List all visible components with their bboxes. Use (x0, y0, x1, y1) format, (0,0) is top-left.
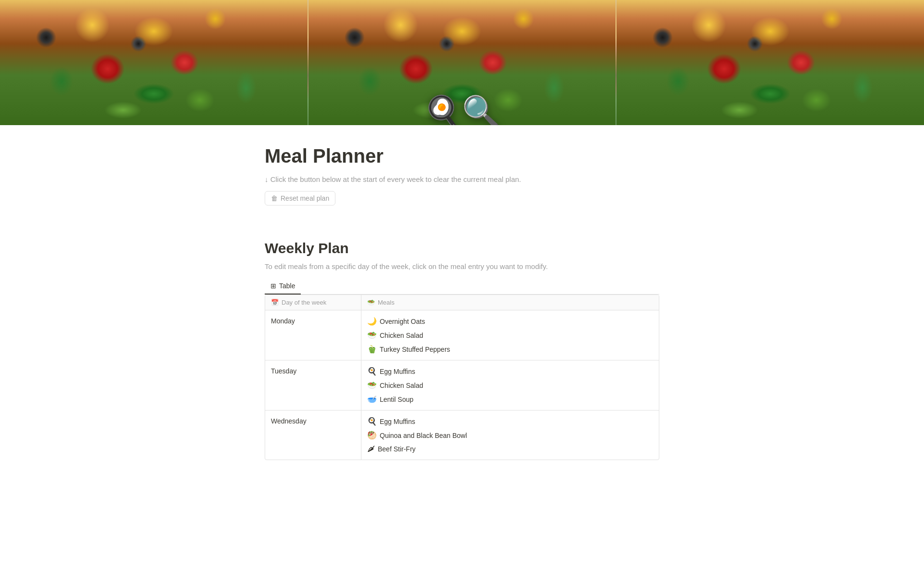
hero-panel-center: 🍳🔍 (308, 0, 616, 125)
list-item[interactable]: 🌶 Beef Stir-Fry (367, 442, 653, 456)
list-item[interactable]: 🫑 Turkey Stuffed Peppers (367, 342, 653, 356)
hero-emoji: 🍳🔍 (424, 94, 500, 125)
list-item[interactable]: 🥙 Quinoa and Black Bean Bowl (367, 428, 653, 442)
meals-cell-wednesday: 🍳 Egg Muffins 🥙 Quinoa and Black Bean Bo… (361, 410, 659, 460)
tab-table-label: Table (279, 282, 295, 290)
table-icon: ⊞ (270, 282, 276, 290)
table-row: Tuesday 🍳 Egg Muffins 🥗 Chicken Salad 🥣 … (265, 360, 659, 410)
meal-emoji: 🍳 (367, 417, 377, 426)
trash-icon: 🗑 (271, 194, 278, 202)
list-item[interactable]: 🍳 Egg Muffins (367, 364, 653, 378)
table-row: Wednesday 🍳 Egg Muffins 🥙 Quinoa and Bla… (265, 410, 659, 460)
list-item[interactable]: 🥗 Chicken Salad (367, 328, 653, 342)
meal-emoji: 🌶 (367, 445, 375, 453)
meal-emoji: 🍳 (367, 367, 377, 376)
list-item[interactable]: 🌙 Overnight Oats (367, 314, 653, 328)
weekly-plan-section: Weekly Plan To edit meals from a specifi… (265, 240, 659, 460)
list-item[interactable]: 🥣 Lentil Soup (367, 392, 653, 406)
page-subtitle: ↓ Click the button below at the start of… (265, 175, 659, 183)
view-tabs: ⊞ Table (265, 278, 659, 295)
meals-column-header: 🥗 Meals (361, 295, 659, 310)
day-column-header: 📅 Day of the week (265, 295, 361, 310)
hero-panel-right (616, 0, 924, 125)
table-header: 📅 Day of the week 🥗 Meals (265, 295, 659, 310)
meal-plan-table: 📅 Day of the week 🥗 Meals Monday 🌙 Overn… (265, 295, 659, 460)
list-item[interactable]: 🍳 Egg Muffins (367, 414, 653, 428)
table-row: Monday 🌙 Overnight Oats 🥗 Chicken Salad … (265, 310, 659, 360)
meal-name: Lentil Soup (380, 396, 413, 403)
meal-emoji: 🫑 (367, 345, 377, 354)
meals-cell-monday: 🌙 Overnight Oats 🥗 Chicken Salad 🫑 Turke… (361, 310, 659, 360)
meal-name: Overnight Oats (380, 318, 425, 325)
calendar-icon: 📅 (271, 299, 279, 306)
reset-meal-plan-button[interactable]: 🗑 Reset meal plan (265, 191, 335, 205)
main-content: Meal Planner ↓ Click the button below at… (245, 125, 679, 489)
list-item[interactable]: 🥗 Chicken Salad (367, 378, 653, 392)
meal-name: Quinoa and Black Bean Bowl (380, 432, 467, 439)
meal-name: Chicken Salad (380, 382, 423, 389)
meal-emoji: 🥙 (367, 431, 377, 440)
meals-cell-tuesday: 🍳 Egg Muffins 🥗 Chicken Salad 🥣 Lentil S… (361, 360, 659, 410)
meal-name: Egg Muffins (380, 418, 415, 425)
day-cell-monday: Monday (265, 310, 361, 360)
meal-emoji: 🥣 (367, 395, 377, 404)
meals-icon: 🥗 (367, 299, 375, 306)
hero-banner: 🍳🔍 (0, 0, 924, 125)
meal-name: Turkey Stuffed Peppers (380, 346, 450, 353)
weekly-plan-description: To edit meals from a specific day of the… (265, 262, 659, 270)
reset-button-label: Reset meal plan (281, 194, 329, 202)
tab-table[interactable]: ⊞ Table (265, 278, 301, 295)
meal-emoji: 🥗 (367, 331, 377, 340)
meal-name: Chicken Salad (380, 332, 423, 339)
meal-emoji: 🌙 (367, 317, 377, 326)
day-cell-wednesday: Wednesday (265, 410, 361, 460)
meal-name: Egg Muffins (380, 368, 415, 375)
page-title-section: Meal Planner ↓ Click the button below at… (265, 125, 659, 225)
weekly-plan-title: Weekly Plan (265, 240, 659, 256)
page-title: Meal Planner (265, 144, 659, 167)
meal-emoji: 🥗 (367, 381, 377, 390)
day-cell-tuesday: Tuesday (265, 360, 361, 410)
meal-name: Beef Stir-Fry (378, 445, 416, 453)
hero-panel-left (0, 0, 308, 125)
